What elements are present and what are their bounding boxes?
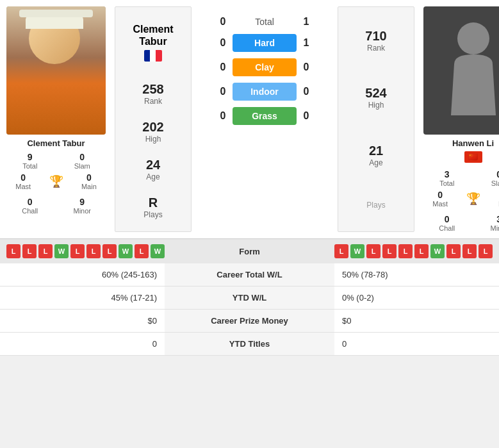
right-slam-cell: 0 Slam [476, 169, 500, 187]
main-container: Clement Tabur 9 Total 0 Slam 0 Mast 🏆 [0, 0, 499, 356]
right-flag: 🇨🇳 [464, 151, 482, 163]
left-slam-label: Slam [59, 162, 106, 170]
right-player-photo [423, 6, 499, 135]
left-minor-cell: 9 Minor [59, 197, 106, 215]
right-player-name: Hanwen Li [452, 138, 494, 148]
left-age-value: 24 [146, 158, 160, 172]
left-plays-label: Plays [143, 210, 162, 219]
clay-badge: Clay [233, 58, 297, 76]
right-plays-label: Plays [366, 201, 385, 210]
right-form-badge: L [414, 244, 429, 258]
right-form-badge: L [382, 244, 397, 258]
right-rank-label: Rank [365, 44, 386, 53]
stat-center-label: YTD Titles [165, 333, 334, 356]
left-center-stats: Clement Tabur 258 Rank 202 High 24 Age R… [115, 6, 192, 232]
left-form-badge: L [70, 244, 85, 258]
right-bottom-stats: 0 Chall 3 Minor [423, 214, 499, 232]
left-player-stats: 9 Total 0 Slam [6, 152, 106, 170]
grass-left-score: 0 [213, 110, 233, 122]
right-total-label: Total [423, 179, 471, 187]
right-chall-label: Chall [423, 224, 471, 232]
right-form-badge: L [366, 244, 380, 258]
right-age-block: 21 Age [369, 144, 383, 167]
hard-label: Hard [254, 38, 275, 48]
right-flag-row: 🇨🇳 [464, 151, 482, 163]
stat-center-label: Career Total W/L [165, 263, 334, 286]
left-rank-value: 258 [142, 82, 163, 97]
right-mast-value: 0 [432, 190, 448, 200]
right-chall-cell: 0 Chall [423, 214, 471, 232]
left-chall-cell: 0 Chall [6, 197, 54, 215]
right-high-label: High [365, 101, 386, 110]
right-minor-value: 3 [476, 214, 500, 224]
clay-score-row: 0 Clay 0 [194, 58, 335, 76]
form-section: LLLWLLLWLW Form LWLLLLWLLL [0, 238, 499, 263]
left-slam-cell: 0 Slam [59, 152, 106, 170]
right-mast-cell: 0 Mast [432, 190, 448, 208]
right-form-badge: L [462, 244, 477, 258]
right-trophy-row: 0 Mast 🏆 0 Main [423, 190, 499, 208]
stat-left-val: 60% (245-163) [0, 263, 165, 286]
left-trophy-row: 0 Mast 🏆 0 Main [6, 172, 106, 190]
left-main-label: Main [81, 183, 97, 190]
right-center-stats: 710 Rank 524 High 21 Age Plays [338, 6, 414, 232]
left-age-label: Age [146, 172, 160, 181]
right-player-panel: Hanwen Li 🇨🇳 3 Total 0 Slam 0 Mast [417, 6, 499, 232]
middle-scores: 0 Total 1 0 Hard 1 0 Clay 0 [194, 6, 335, 232]
stat-right-val: 0% (0-2) [334, 286, 499, 310]
player-silhouette [445, 19, 500, 122]
left-player-panel: Clement Tabur 9 Total 0 Slam 0 Mast 🏆 [0, 6, 112, 232]
right-age-value: 21 [369, 144, 383, 158]
left-bottom-stats: 0 Chall 9 Minor [6, 197, 106, 215]
total-label: Total [233, 17, 297, 27]
stat-left-val: 45% (17-21) [0, 286, 165, 310]
hard-score-row: 0 Hard 1 [194, 34, 335, 52]
total-left-score: 0 [213, 16, 233, 28]
left-total-value: 9 [6, 152, 54, 162]
left-rank-block: 258 Rank [142, 82, 163, 106]
left-form-badge: L [102, 244, 117, 258]
total-score-row: 0 Total 1 [194, 16, 335, 28]
left-mast-cell: 0 Mast [15, 172, 31, 190]
grass-right-score: 0 [297, 110, 316, 122]
right-high-block: 524 High [365, 86, 386, 110]
grass-badge: Grass [233, 107, 297, 125]
left-plays-value: R [143, 195, 162, 210]
left-main-cell: 0 Main [81, 172, 97, 190]
stats-table: 60% (245-163) Career Total W/L 50% (78-7… [0, 263, 499, 356]
left-form: LLLWLLLWLW [6, 244, 211, 258]
right-form-badge: W [430, 244, 445, 258]
left-total-label: Total [6, 162, 54, 170]
left-form-badge: L [6, 244, 20, 258]
clay-label: Clay [255, 62, 274, 72]
left-form-badge: L [38, 244, 53, 258]
left-mast-label: Mast [15, 183, 31, 190]
left-total-cell: 9 Total [6, 152, 54, 170]
stat-center-label: YTD W/L [165, 286, 334, 310]
right-age-label: Age [369, 158, 383, 167]
grass-label: Grass [252, 111, 277, 121]
right-slam-value: 0 [476, 169, 500, 179]
stat-row: $0 Career Prize Money $0 [0, 310, 499, 333]
right-form-badge: L [334, 244, 348, 258]
right-form-badge: W [350, 244, 364, 258]
right-minor-label: Minor [476, 224, 500, 232]
left-high-label: High [142, 135, 163, 144]
right-form-badge: L [479, 244, 493, 258]
left-age-block: 24 Age [146, 158, 160, 181]
stat-row: 0 YTD Titles 0 [0, 333, 499, 356]
right-rank-block: 710 Rank [365, 29, 386, 53]
left-form-badge: L [135, 244, 149, 258]
hard-right-score: 1 [297, 37, 316, 49]
grass-score-row: 0 Grass 0 [194, 107, 335, 125]
stat-right-val: 0 [334, 333, 499, 356]
left-slam-value: 0 [59, 152, 106, 162]
right-mast-label: Mast [432, 200, 448, 208]
left-minor-value: 9 [59, 197, 106, 207]
right-minor-cell: 3 Minor [476, 214, 500, 232]
right-name-top: Hanwen Li [452, 138, 494, 148]
left-name-line1: Clement [133, 23, 173, 35]
right-slam-label: Slam [476, 179, 500, 187]
stat-right-val: $0 [334, 310, 499, 333]
indoor-badge: Indoor [233, 83, 297, 101]
